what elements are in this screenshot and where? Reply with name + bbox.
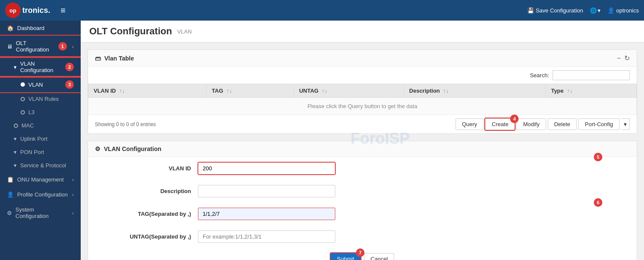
olt-icon: 🖥 [7, 43, 12, 50]
page-header: OLT Configuration VLAN [81, 21, 644, 42]
form-actions: Submit 7 Cancel [88, 248, 637, 260]
sidebar-item-dashboard[interactable]: 🏠 Dashboard [0, 21, 81, 36]
badge-1: 1 [58, 42, 67, 51]
vlan-config-title: VLAN Configuration [104, 145, 161, 152]
page-breadcrumb: VLAN [177, 28, 192, 35]
navbar: op tronics. ≡ 💾 Save Configuration 🌐 ▾ 👤… [0, 0, 644, 21]
create-button[interactable]: Create 4 [485, 118, 515, 130]
collapse-arrow: ‹ [72, 210, 74, 216]
card-header-actions: − ↻ [617, 54, 630, 62]
refresh-button[interactable]: ↻ [624, 54, 630, 62]
submit-button[interactable]: Submit 7 [331, 253, 361, 260]
badge-3: 3 [65, 80, 74, 89]
navbar-actions: 💾 Save Configuration 🌐 ▾ 👤 optronics [527, 7, 639, 14]
vlan-config-header: ⚙ VLAN Configuration [88, 141, 637, 157]
save-config-label: Save Configuration [536, 7, 583, 14]
logo-icon: op [5, 3, 21, 18]
cancel-button[interactable]: Cancel [364, 253, 394, 260]
untag-input[interactable] [198, 230, 335, 243]
sidebar-item-onu-management[interactable]: 📋 ONU Management ‹ [0, 172, 81, 187]
delete-button[interactable]: Delete [548, 118, 577, 130]
port-config-button[interactable]: Port-Config [578, 118, 620, 130]
query-button[interactable]: Query [456, 118, 483, 130]
minimize-button[interactable]: − [617, 54, 621, 62]
vlan-table-title: 🗃 Vlan Table [95, 55, 134, 62]
sidebar-item-label: L3 [28, 109, 34, 115]
description-label: Description [114, 188, 191, 194]
modify-button[interactable]: Modify [516, 118, 546, 130]
vlan-config-card: ⚙ VLAN Configuration VLAN ID 5 Descripti… [88, 141, 637, 260]
dashboard-icon: 🏠 [7, 25, 14, 31]
description-input[interactable] [198, 185, 335, 197]
sidebar-item-label: OLT Configuration [16, 40, 55, 53]
vlan-table-card-header: 🗃 Vlan Table − ↻ [88, 50, 637, 67]
tag-input[interactable] [198, 208, 335, 220]
user-menu[interactable]: 👤 optronics [608, 7, 639, 14]
sidebar-item-label: VLAN Configuration [20, 60, 62, 73]
sidebar-item-label: Dashboard [17, 25, 45, 31]
dropdown-arrow: ▾ [598, 7, 601, 14]
vlan-id-row: VLAN ID 5 [88, 157, 637, 180]
sidebar-item-olt-configuration[interactable]: 🖥 OLT Configuration 1 ‹ [0, 36, 81, 57]
table-title-text: Vlan Table [104, 55, 134, 62]
sidebar-item-vlan-configuration[interactable]: ▾ VLAN Configuration 2 [0, 57, 81, 77]
user-icon: 👤 [608, 7, 614, 14]
badge-6: 6 [594, 198, 602, 207]
sidebar-item-vlan-rules[interactable]: VLAN Rules [0, 92, 81, 106]
search-label: Search: [530, 72, 549, 79]
description-row: Description [88, 180, 637, 203]
col-type[interactable]: Type ↑↓ [546, 84, 637, 98]
vlan-circle-icon [21, 82, 25, 87]
sidebar-item-label: Service & Protocol [20, 162, 66, 169]
logo-text: tronics. [22, 6, 50, 15]
sidebar: 🏠 Dashboard 🖥 OLT Configuration 1 ‹ ▾ VL… [0, 21, 81, 260]
col-tag[interactable]: TAG ↑↓ [207, 84, 294, 98]
table-footer: Showing 0 to 0 of 0 entries Query Create… [88, 115, 637, 133]
col-untag[interactable]: UNTAG ↑↓ [294, 84, 404, 98]
service-expand-icon: ▾ [14, 162, 17, 169]
mac-circle-icon [14, 124, 18, 128]
sidebar-item-label: VLAN Rules [28, 96, 59, 102]
col-description[interactable]: Description ↑↓ [404, 84, 546, 98]
vlan-id-label: VLAN ID [114, 165, 191, 172]
hamburger-button[interactable]: ≡ [57, 4, 69, 17]
sidebar-item-label: MAC [21, 122, 34, 129]
sidebar-item-pon-port[interactable]: ▾ PON Port [0, 145, 81, 159]
tag-row: TAG(Separated by ,) 6 [88, 203, 637, 225]
content-area: ForoISP OLT Configuration VLAN 🗃 Vlan Ta… [81, 21, 644, 260]
sidebar-item-l3[interactable]: L3 [0, 106, 81, 119]
untag-row: UNTAG(Separated by ,) [88, 225, 637, 248]
profile-icon: 👤 [7, 191, 14, 198]
sidebar-item-profile-configuration[interactable]: 👤 Profile Configuration ‹ [0, 187, 81, 202]
l3-circle-icon [21, 110, 25, 115]
sidebar-item-system-configuration[interactable]: ⚙ System Configuration ‹ [0, 202, 81, 224]
untag-label: UNTAG(Separated by ,) [114, 233, 191, 240]
collapse-arrow: ‹ [72, 176, 74, 183]
col-vlan-id[interactable]: VLAN ID ↑↓ [88, 84, 207, 98]
sidebar-item-label: Profile Configuration [17, 191, 68, 198]
sidebar-item-mac[interactable]: MAC [0, 119, 81, 132]
port-config-dropdown-button[interactable]: ▾ [621, 118, 630, 130]
sidebar-item-uplink-port[interactable]: ▾ Uplink Port [0, 132, 81, 145]
system-icon: ⚙ [7, 210, 12, 216]
save-config-button[interactable]: 💾 Save Configuration [527, 7, 583, 14]
create-label: Create [492, 121, 508, 127]
table-icon: 🗃 [95, 55, 101, 62]
save-icon: 💾 [527, 7, 534, 14]
collapse-arrow: ‹ [72, 43, 74, 50]
tag-label: TAG(Separated by ,) [114, 211, 191, 217]
language-selector[interactable]: 🌐 ▾ [590, 7, 601, 14]
vlan-config-icon: ⚙ [95, 145, 100, 152]
sidebar-item-vlan[interactable]: VLAN 3 [0, 77, 81, 92]
onu-icon: 📋 [7, 176, 14, 183]
table-empty-message: Please click the Query button to get the… [88, 98, 637, 115]
vlan-id-input[interactable] [198, 162, 335, 175]
sidebar-item-label: Uplink Port [20, 136, 48, 142]
collapse-arrow: ‹ [72, 191, 74, 198]
table-toolbar: Search: [88, 67, 637, 84]
sidebar-item-service-protocol[interactable]: ▾ Service & Protocol [0, 159, 81, 172]
search-input[interactable] [553, 70, 630, 80]
pon-expand-icon: ▾ [14, 149, 17, 155]
globe-icon: 🌐 [590, 7, 597, 14]
sidebar-item-label: VLAN [28, 82, 43, 88]
